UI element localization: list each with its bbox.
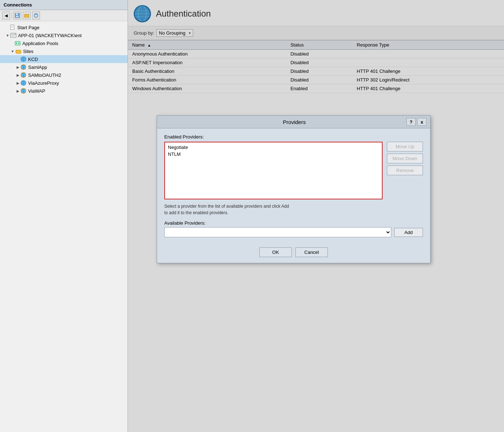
tree-item-viaazure[interactable]: ▶ ViaAzureProxy	[0, 79, 128, 87]
dialog-overlay: Providers ? x Enabled Providers: Negotia…	[128, 0, 504, 432]
connections-header: Connections	[0, 0, 128, 10]
svg-rect-13	[11, 34, 14, 35]
back-button[interactable]: ◀	[2, 12, 10, 19]
dialog-help-button[interactable]: ?	[406, 118, 416, 126]
svg-rect-14	[11, 35, 14, 36]
svg-rect-7	[10, 25, 14, 30]
kcd-label: KCD	[28, 57, 38, 62]
tree-item-samtoauth2[interactable]: ▶ SAMtoOAUTH2	[0, 71, 128, 79]
viawap-label: ViaWAP	[28, 88, 45, 94]
pool-icon	[14, 40, 21, 47]
providers-dialog: Providers ? x Enabled Providers: Negotia…	[157, 115, 431, 263]
svg-rect-1	[16, 13, 18, 15]
providers-row: Negotiate NTLM Move Up Move Down Remove	[164, 142, 423, 199]
viawap-icon	[20, 88, 27, 94]
tree-item-app-pools[interactable]: ▶ Application Pools	[0, 39, 128, 47]
dialog-close-button[interactable]: x	[417, 118, 427, 126]
samlapp-label: SamlApp	[28, 65, 47, 70]
dialog-buttons: ? x	[406, 118, 427, 126]
tree-item-viawap[interactable]: ▶ ViaWAP	[0, 87, 128, 95]
right-panel: Authentication Group by: No Grouping Nam…	[128, 0, 504, 432]
kcd-globe-icon	[20, 56, 27, 62]
server-label: APP-01 (WACKETYWACK\ent	[18, 33, 82, 38]
dialog-body: Enabled Providers: Negotiate NTLM Move U…	[157, 128, 430, 243]
samlapp-icon	[20, 64, 27, 70]
connections-title: Connections	[4, 2, 32, 8]
svg-rect-2	[16, 16, 19, 17]
svg-rect-16	[16, 42, 17, 44]
toolbar: ◀	[0, 10, 128, 21]
sites-label: Sites	[23, 49, 34, 54]
start-page-label: Start Page	[17, 25, 39, 30]
remove-button[interactable]: Remove	[387, 166, 423, 175]
viaazure-icon	[20, 80, 27, 86]
enabled-providers-listbox[interactable]: Negotiate NTLM	[164, 142, 383, 199]
dialog-footer: OK Cancel	[157, 243, 430, 263]
cancel-button[interactable]: Cancel	[295, 247, 328, 257]
svg-point-12	[14, 34, 15, 35]
svg-rect-10	[11, 27, 13, 28]
svg-rect-4	[24, 14, 26, 15]
tree: ▶ Start Page ▼ APP-01 (WACKETYWACK\ent ▶	[0, 21, 128, 432]
open-button[interactable]	[23, 12, 31, 19]
tree-item-start-page[interactable]: ▶ Start Page	[0, 23, 128, 31]
svg-rect-9	[11, 27, 13, 27]
svg-rect-17	[18, 42, 19, 44]
server-icon	[10, 32, 17, 39]
viaazure-label: ViaAzureProxy	[28, 80, 59, 86]
left-panel: Connections ◀ ▶ Start Page ▼	[0, 0, 128, 432]
ok-button[interactable]: OK	[259, 247, 292, 257]
samtoauth2-label: SAMtoOAUTH2	[28, 72, 61, 78]
provider-ntlm[interactable]: NTLM	[166, 151, 380, 158]
add-button[interactable]: Add	[394, 228, 423, 237]
dialog-titlebar: Providers ? x	[157, 116, 430, 128]
available-providers-label: Available Providers:	[164, 220, 423, 226]
tree-item-server[interactable]: ▼ APP-01 (WACKETYWACK\ent	[0, 31, 128, 39]
tree-item-kcd[interactable]: ▶ KCD	[0, 55, 128, 63]
move-up-button[interactable]: Move Up	[387, 142, 423, 151]
samtoauth2-icon	[20, 72, 27, 78]
tree-item-sites[interactable]: ▼ Sites	[0, 47, 128, 55]
app-pools-label: Application Pools	[22, 41, 58, 46]
page-icon	[9, 24, 16, 31]
move-down-button[interactable]: Move Down	[387, 154, 423, 163]
save-button[interactable]	[13, 12, 21, 19]
sites-folder-icon	[15, 48, 22, 54]
hint-text: Select a provider from the list of avail…	[164, 203, 423, 216]
dialog-title: Providers	[182, 119, 406, 125]
svg-rect-19	[16, 50, 18, 51]
refresh-button[interactable]	[32, 12, 40, 19]
tree-item-samlapp[interactable]: ▶ SamlApp	[0, 63, 128, 71]
svg-rect-8	[11, 26, 13, 26]
providers-action-buttons: Move Up Move Down Remove	[387, 142, 423, 175]
available-providers-row: Add	[164, 227, 423, 237]
available-providers-select[interactable]	[164, 227, 391, 237]
provider-negotiate[interactable]: Negotiate	[166, 144, 380, 151]
enabled-providers-label: Enabled Providers:	[164, 134, 423, 140]
